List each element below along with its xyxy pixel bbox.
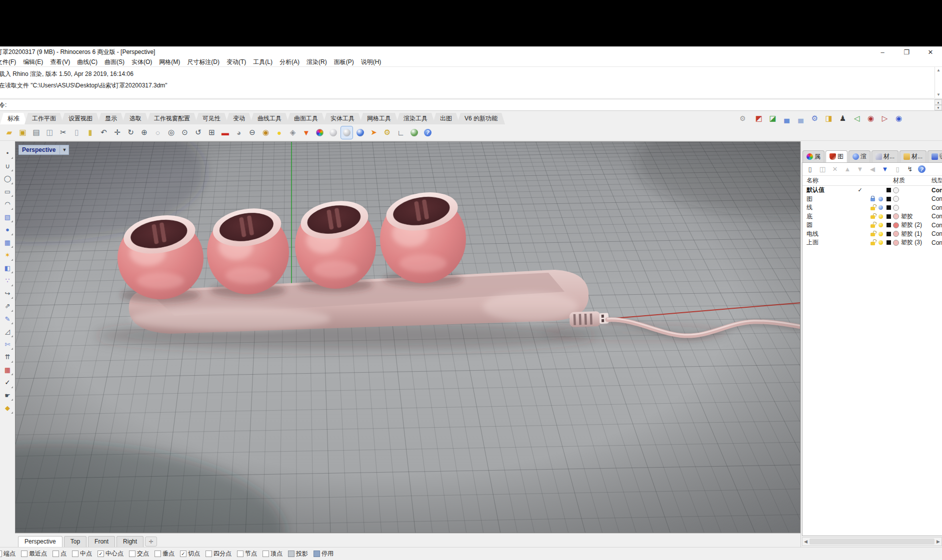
settings-gears-icon[interactable]: ⚙ [809, 112, 820, 124]
viewport-title[interactable]: Perspective ▼ [18, 145, 69, 155]
scale-tool-icon[interactable]: ◿ [2, 326, 14, 338]
tab-viewport-layout[interactable]: 工作视窗配置 [146, 113, 198, 124]
menu-help[interactable]: 说明(H) [358, 58, 385, 66]
menu-file[interactable]: 文件(F) [0, 58, 20, 66]
layer-color-swatch[interactable] [885, 232, 892, 236]
rotate-left-icon[interactable]: ◁ [851, 112, 862, 124]
osnap-中点[interactable]: 中点 [72, 550, 92, 558]
menu-edit[interactable]: 编辑(E) [20, 58, 46, 66]
web-globe-icon[interactable] [408, 126, 420, 139]
trim-tool-icon[interactable]: ✄ [2, 339, 14, 351]
panel-tab-materials[interactable]: 材... [872, 150, 898, 162]
osnap-投影[interactable]: 投影 [288, 550, 308, 558]
osnap-checkbox[interactable] [129, 551, 136, 557]
menu-panels[interactable]: 面板(P) [330, 58, 358, 66]
layer-color-swatch[interactable] [885, 240, 892, 245]
layer-color-swatch[interactable] [885, 188, 892, 192]
layer-row[interactable]: 默认值✓Continuous [802, 186, 942, 195]
menu-tools[interactable]: 工具(L) [250, 58, 276, 66]
scroll-right-icon[interactable]: ▶ [936, 539, 940, 544]
layer-bulb-icon[interactable] [877, 197, 884, 201]
menu-solid[interactable]: 实体(O) [128, 58, 156, 66]
layer-color-swatch[interactable] [885, 197, 892, 201]
layer-lock-icon[interactable] [869, 223, 876, 228]
layer-lock-icon[interactable] [869, 205, 876, 210]
menu-surface[interactable]: 曲面(S) [101, 58, 128, 66]
layer-material[interactable] [893, 196, 901, 202]
layer-color-swatch[interactable] [885, 214, 892, 219]
osnap-checkbox[interactable]: ✓ [98, 551, 104, 557]
history-scrollbar[interactable]: ▲ ▼ [934, 67, 942, 98]
osnap-checkbox[interactable] [0, 551, 2, 557]
panel-tab-material-lib[interactable]: 材... [900, 150, 926, 162]
sphere-tool-icon[interactable]: ● [2, 224, 14, 236]
layer-row[interactable]: 上面塑胶 (3)Continuous [802, 238, 942, 247]
osnap-checkbox[interactable] [237, 551, 244, 557]
render-icon[interactable]: ▼ [300, 126, 312, 139]
viewport-tab-right[interactable]: Right [116, 536, 144, 547]
explode-tool-icon[interactable]: ✶ [2, 249, 14, 261]
menu-transform[interactable]: 变动(T) [223, 58, 250, 66]
tab-select[interactable]: 选取 [122, 113, 149, 124]
check-tool-icon[interactable]: ✓ [2, 377, 14, 389]
3d-scene[interactable] [16, 142, 800, 533]
layer-tools-icon[interactable]: ↯ [906, 165, 914, 173]
hide-objects-bulb-icon[interactable]: ● [274, 126, 285, 139]
osnap-中心点[interactable]: ✓中心点 [98, 550, 124, 558]
viewport-dropdown-icon[interactable]: ▼ [60, 145, 68, 154]
layer-material[interactable] [893, 187, 901, 193]
filter-icon[interactable]: ▼ [880, 165, 890, 173]
copy-clipboard-icon[interactable]: ◫ [44, 126, 56, 139]
tab-solid-tools[interactable]: 实体工具 [323, 113, 362, 124]
shaded-sphere-icon[interactable] [328, 126, 339, 139]
dim-polyline-icon[interactable]: ∟ [395, 126, 406, 139]
osnap-checkbox[interactable] [206, 551, 212, 557]
layer-bulb-icon[interactable] [877, 240, 884, 245]
osnap-停用[interactable]: 停用 [314, 550, 334, 558]
viewport-tab-perspective[interactable]: Perspective [18, 536, 62, 547]
osnap-checkbox[interactable] [72, 551, 78, 557]
scrollbar-thumb[interactable] [810, 539, 934, 545]
menu-analyze[interactable]: 分析(A) [276, 58, 303, 66]
curve-tool-icon[interactable]: ∪ [2, 160, 14, 172]
zoom-selected-icon[interactable]: ◎ [166, 126, 177, 139]
options-gears-icon[interactable]: ⚙ [382, 126, 393, 139]
layer-bulb-icon[interactable] [877, 223, 884, 227]
rotate-view-icon[interactable]: ↻ [125, 126, 136, 139]
block-tool-icon[interactable]: ▦ [2, 364, 14, 376]
delete-layer-icon[interactable]: ✕ [830, 165, 840, 173]
layer-material[interactable]: 塑胶 (2) [893, 221, 922, 229]
tab-display[interactable]: 显示 [98, 113, 124, 124]
render-settings-wheel-icon[interactable] [314, 126, 326, 139]
panel-tab-layers[interactable]: 图 [826, 150, 848, 162]
perspective-viewport[interactable]: Perspective ▼ [15, 141, 800, 533]
osnap-切点[interactable]: ✓切点 [180, 550, 200, 558]
menu-curve[interactable]: 曲线(C) [74, 58, 101, 66]
move-down-icon[interactable]: ▼ [856, 165, 864, 173]
copy-layer-icon[interactable]: ◫ [818, 165, 827, 173]
pan-view-icon[interactable]: ✛ [112, 126, 123, 139]
move-tool-icon[interactable]: ⇗ [2, 300, 14, 312]
osnap-四分点[interactable]: 四分点 [206, 550, 232, 558]
undo-view-icon[interactable]: ↺ [192, 126, 204, 139]
osnap-checkbox[interactable] [21, 551, 28, 557]
layer-color-swatch[interactable] [885, 223, 892, 227]
rendered-sphere-icon[interactable] [341, 126, 352, 139]
zoom-window-icon[interactable]: ◌ [152, 126, 164, 139]
layer-lock-icon[interactable] [869, 196, 876, 201]
restore-button[interactable]: ❐ [902, 48, 911, 56]
osnap-交点[interactable]: 交点 [129, 550, 149, 558]
viewport-title-label[interactable]: Perspective [19, 145, 60, 154]
osnap-垂点[interactable]: 垂点 [154, 550, 174, 558]
zoom-extents-icon[interactable]: ⊙ [179, 126, 190, 139]
new-layer-icon[interactable]: ▯ [806, 165, 814, 173]
point-cloud-tool-icon[interactable]: ∵ [2, 275, 14, 287]
zoom-inspect-icon[interactable]: ◉ [865, 112, 876, 124]
fillet-tool-icon[interactable]: ↪ [2, 288, 14, 300]
walkabout-icon[interactable]: ♟ [837, 112, 848, 124]
layer-row[interactable]: 圆塑胶 (2)Continuous [802, 221, 942, 230]
osnap-顶点[interactable]: 顶点 [262, 550, 282, 558]
osnap-checkbox[interactable] [154, 551, 161, 557]
menu-mesh[interactable]: 网格(M) [156, 58, 184, 66]
layer-lock-icon[interactable] [869, 240, 876, 245]
